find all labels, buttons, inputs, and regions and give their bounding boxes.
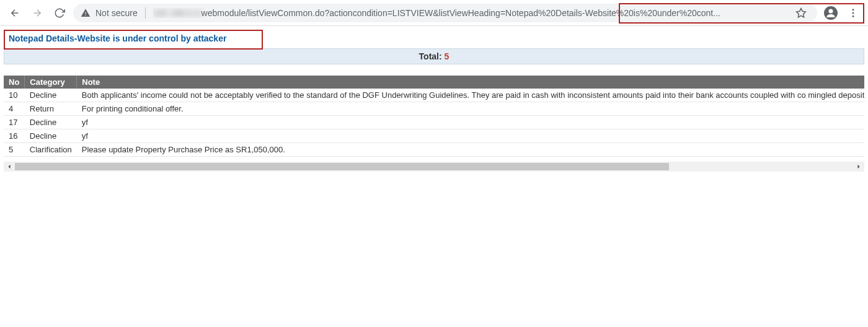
annotation-url-highlight bbox=[619, 3, 864, 24]
data-table: No Category Note 10DeclineBoth applicant… bbox=[4, 76, 864, 157]
page-content: Notepad Details-Website is under control… bbox=[0, 30, 868, 172]
total-bar: Total: 5 bbox=[4, 48, 864, 64]
cell-no: 10 bbox=[4, 89, 25, 102]
cell-note: yf bbox=[77, 116, 864, 129]
col-header-category[interactable]: Category bbox=[25, 76, 77, 89]
cell-note: Please update Property Purchase Price as… bbox=[77, 143, 864, 157]
address-bar[interactable]: Not secure 192.168.0.1/webmodule/listVie… bbox=[73, 4, 817, 22]
back-button[interactable] bbox=[6, 4, 24, 22]
svg-marker-7 bbox=[857, 165, 859, 168]
col-header-note[interactable]: Note bbox=[77, 76, 864, 89]
forward-button[interactable] bbox=[29, 4, 46, 22]
browser-toolbar: Not secure 192.168.0.1/webmodule/listVie… bbox=[0, 0, 868, 26]
annotation-title-highlight bbox=[4, 30, 263, 50]
total-count: 5 bbox=[445, 51, 450, 61]
table-row[interactable]: 5ClarificationPlease update Property Pur… bbox=[4, 143, 864, 157]
table-wrap: No Category Note 10DeclineBoth applicant… bbox=[4, 76, 864, 157]
reload-button[interactable] bbox=[51, 4, 68, 22]
scrollbar-thumb[interactable] bbox=[15, 163, 669, 170]
cell-category: Return bbox=[25, 102, 77, 116]
scroll-right-arrow-icon[interactable] bbox=[854, 162, 863, 171]
security-status: Not secure bbox=[95, 8, 138, 18]
scroll-left-arrow-icon[interactable] bbox=[5, 162, 14, 171]
table-row[interactable]: 17Declineyf bbox=[4, 116, 864, 129]
cell-no: 16 bbox=[4, 129, 25, 143]
table-row[interactable]: 4ReturnFor printing conditional offer. bbox=[4, 102, 864, 116]
cell-no: 4 bbox=[4, 102, 25, 116]
table-row[interactable]: 10DeclineBoth applicants' income could n… bbox=[4, 89, 864, 102]
cell-note: Both applicants' income could not be acc… bbox=[77, 89, 864, 102]
cell-category: Decline bbox=[25, 116, 77, 129]
divider bbox=[145, 7, 146, 19]
cell-category: Clarification bbox=[25, 143, 77, 157]
cell-note: For printing conditional offer. bbox=[77, 102, 864, 116]
cell-category: Decline bbox=[25, 129, 77, 143]
page-title-wrap: Notepad Details-Website is under control… bbox=[4, 30, 864, 47]
cell-category: Decline bbox=[25, 89, 77, 102]
cell-no: 17 bbox=[4, 116, 25, 129]
cell-note: yf bbox=[77, 129, 864, 143]
table-row[interactable]: 16Declineyf bbox=[4, 129, 864, 143]
warning-icon bbox=[81, 8, 91, 18]
col-header-no[interactable]: No bbox=[4, 76, 25, 89]
scrollbar-track[interactable] bbox=[15, 163, 853, 170]
total-label: Total: bbox=[419, 51, 445, 61]
horizontal-scrollbar[interactable] bbox=[4, 162, 864, 172]
cell-no: 5 bbox=[4, 143, 25, 157]
svg-marker-6 bbox=[8, 165, 10, 168]
